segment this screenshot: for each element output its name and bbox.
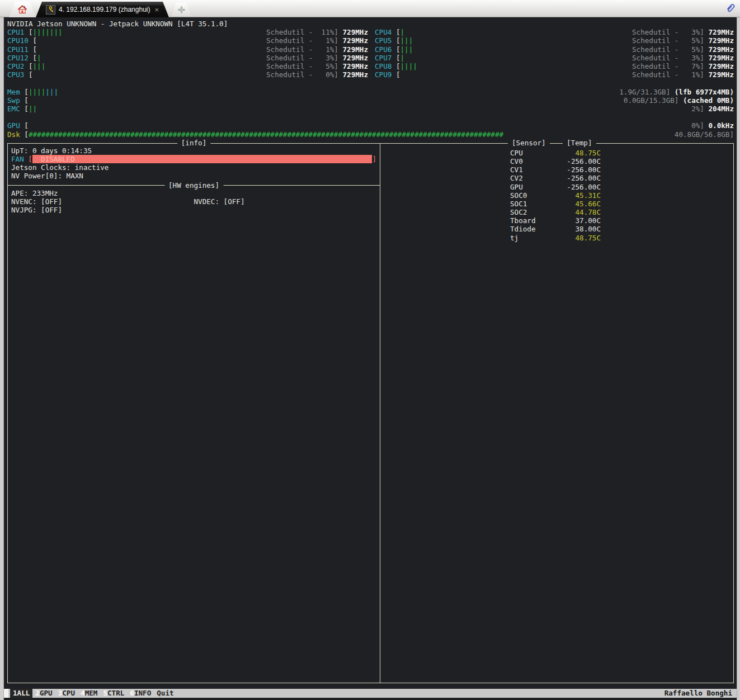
gauge-value-gray: Schedutil - 0%] — [266, 70, 338, 79]
cpu-usage-bars: ||| — [400, 36, 413, 45]
sensor-temp: 37.00C — [564, 216, 601, 225]
window-edge-left — [0, 17, 4, 700]
terminal-screen[interactable]: NVIDIA Jetson UNKNOWN - Jetpack UNKNOWN … — [4, 17, 737, 700]
gauge-label: EMC — [7, 105, 20, 113]
menu-item-label: Quit — [157, 689, 173, 697]
info-panel-title: [info] — [177, 139, 211, 147]
menu-item-cpu[interactable]: 3CPU — [55, 689, 78, 698]
gauge-bracket-open: [ — [20, 105, 29, 113]
close-icon[interactable]: × — [154, 6, 159, 14]
gauge-bracket-open: [ — [20, 121, 29, 130]
cpu5-gauge: CPU5 [|||Schedutil - 5%] 729MHz — [375, 36, 734, 45]
menu-item-mem[interactable]: 4MEM — [78, 689, 100, 698]
sensor-name: CV2 — [510, 174, 564, 182]
new-tab-button[interactable] — [171, 3, 191, 16]
sensor-temp: 48.75C — [564, 149, 601, 157]
sensor-row: CPU48.75C — [510, 149, 730, 157]
gauge-freq: 729MHz — [704, 45, 734, 54]
tab-session[interactable]: 4. 192.168.199.179 (zhanghui) × — [36, 2, 169, 17]
cpu-usage-bars: | — [37, 54, 41, 62]
gauge-bars — [29, 96, 624, 105]
hw-engines-separator: [HW engines] — [8, 185, 380, 186]
gauge-bracket-open: [ — [392, 62, 400, 70]
menu-item-gpu[interactable]: 2GPU — [32, 689, 55, 698]
gauge-freq: 729MHz — [704, 36, 734, 45]
cpu9-gauge: CPU9 [Schedutil - 1%] 729MHz — [375, 70, 734, 79]
dsk-gauge: Dsk [###################################… — [7, 130, 734, 139]
sensor-name: CV1 — [510, 165, 564, 174]
gauge-bars: || — [29, 105, 691, 113]
menu-item-info[interactable]: 6INFO — [127, 689, 154, 698]
gauge-label: GPU — [7, 121, 20, 130]
gauge-value-gray: Schedutil - 5%] — [632, 45, 704, 54]
cpu-gauge-row: CPU10 [Schedutil - 1%] 729MHzCPU5 [|||Sc… — [7, 36, 734, 45]
gauge-bars — [33, 70, 267, 79]
used-bars: || — [29, 105, 37, 113]
gauge-value-gray: Schedutil - 5%] — [632, 36, 704, 45]
sensor-row: CV2-256.00C — [510, 174, 730, 182]
gauge-value-gray: Schedutil - 7%] — [632, 62, 704, 70]
mem-gauge: Mem [|||||||1.9G/31.3GB] (lfb 6977x4MB) — [7, 88, 734, 96]
sensor-table: CPU48.75CCV0-256.00CCV1-256.00CCV2-256.0… — [510, 149, 730, 242]
key-icon — [46, 5, 55, 15]
window-edge-right — [737, 17, 740, 700]
terminal-bottom-gap — [4, 698, 737, 700]
gauge-label: Dsk — [7, 130, 20, 139]
gauge-bracket-open: [ — [392, 45, 400, 54]
jtop-menu-bar: 1ALL2GPU3CPU4MEM5CTRL6INFOQuit Raffaello… — [4, 689, 737, 698]
emc-gauge: EMC [||2%] 204MHz — [7, 105, 734, 113]
sensor-temp: 45.31C — [564, 191, 601, 200]
menu-items: 1ALL2GPU3CPU4MEM5CTRL6INFOQuit — [10, 689, 177, 698]
tab-bar: 4. 192.168.199.179 (zhanghui) × — [0, 0, 740, 17]
gauge-value-gray: Schedutil - 3%] — [632, 28, 704, 36]
sensor-row: CV1-256.00C — [510, 165, 730, 174]
hw-engines-title: [HW engines] — [164, 181, 223, 190]
gauge-freq: 729MHz — [338, 54, 368, 62]
gauge-label: CPU8 — [375, 62, 392, 70]
gauge-label: CPU12 — [7, 54, 29, 62]
menu-item-key: 4 — [81, 689, 85, 697]
gauge-label: CPU2 — [7, 62, 24, 70]
sensor-row: Tboard37.00C — [510, 216, 730, 225]
paperclip-icon[interactable] — [725, 3, 736, 13]
gauge-bracket-open: [ — [392, 70, 400, 79]
sensor-temp: 48.75C — [564, 234, 601, 242]
menu-item-quit[interactable]: Quit — [154, 689, 176, 698]
gpu-gauge-row: GPU [0%] 0.0kHz — [7, 121, 734, 130]
fan-status-bar: DISABLED — [32, 155, 372, 163]
menu-item-all[interactable]: 1ALL — [10, 689, 32, 698]
menu-item-label: CPU — [62, 689, 75, 697]
gauge-freq: 729MHz — [338, 28, 368, 36]
menu-item-key: 2 — [35, 689, 40, 697]
gauge-bracket-open: [ — [20, 96, 29, 105]
tab-home[interactable] — [9, 2, 36, 17]
gauge-freq: 729MHz — [704, 70, 734, 79]
cpu4-gauge: CPU4 [|Schedutil - 3%] 729MHz — [375, 28, 734, 36]
gauge-label: CPU10 — [7, 36, 29, 45]
menu-item-ctrl[interactable]: 5CTRL — [100, 689, 127, 698]
gauge-bracket-open: [ — [29, 45, 37, 54]
jetson-clocks-text: Jetson Clocks: inactive — [11, 163, 376, 172]
cpu-gauge-row: CPU11 [Schedutil - 1%] 729MHzCPU6 [|||Sc… — [7, 45, 734, 54]
gauge-bars: |||| — [400, 62, 633, 70]
gauge-bars: ||| — [400, 45, 633, 54]
cpu10-gauge: CPU10 [Schedutil - 1%] 729MHz — [7, 36, 368, 45]
gauge-value-gray: Schedutil - 5%] — [266, 62, 338, 70]
gauge-freq: 729MHz — [338, 36, 368, 45]
sensor-row: tj48.75C — [510, 234, 730, 242]
gauge-bracket-open: [ — [24, 28, 32, 36]
menu-item-key: 5 — [103, 689, 107, 697]
gauge-label: CPU5 — [375, 36, 392, 45]
sensor-temp: 38.00C — [564, 225, 601, 233]
gauge-extra: 204MHz — [704, 105, 734, 113]
gauge-bars — [37, 36, 266, 45]
gauge-label: CPU3 — [7, 70, 24, 79]
gauge-freq: 729MHz — [704, 54, 734, 62]
cpu11-gauge: CPU11 [Schedutil - 1%] 729MHz — [7, 45, 368, 54]
sensor-column-header: [Sensor] — [508, 139, 550, 147]
gauge-freq: 729MHz — [338, 45, 368, 54]
gauge-bracket-open: [ — [20, 130, 29, 139]
sensor-row: SOC145.66C — [510, 200, 730, 208]
menu-item-key: 6 — [130, 689, 134, 697]
gauge-label: Mem — [7, 88, 20, 96]
